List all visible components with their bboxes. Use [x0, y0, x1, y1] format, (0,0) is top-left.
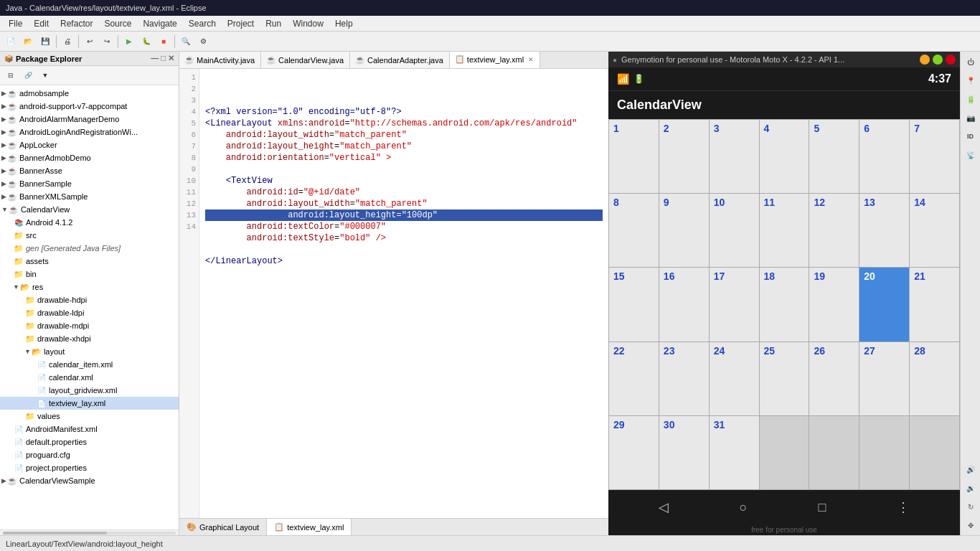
pe-hscroll[interactable] [0, 529, 179, 535]
tree-item[interactable]: 📄default.properties [0, 435, 179, 448]
calendar-cell[interactable] [809, 416, 859, 489]
bottom-tab[interactable]: 📋textview_lay.xml [267, 519, 352, 536]
gen-id-btn[interactable]: ID [962, 128, 979, 145]
calendar-cell[interactable]: 7 [910, 120, 959, 193]
toolbar-run[interactable]: ▶ [121, 34, 137, 50]
calendar-cell[interactable]: 21 [910, 268, 959, 341]
tab-close-btn[interactable]: ✕ [528, 56, 534, 63]
toolbar-settings[interactable]: ⚙ [195, 34, 211, 50]
tree-expand-arrow[interactable]: ▶ [1, 180, 6, 187]
pe-maximize-btn[interactable]: □ [161, 54, 166, 63]
tree-item[interactable]: ▶☕admobsample [0, 87, 179, 100]
calendar-cell[interactable]: 14 [910, 194, 959, 267]
menu-edit[interactable]: Edit [28, 17, 55, 30]
gen-gps-btn[interactable]: 📍 [962, 72, 979, 89]
calendar-cell[interactable]: 11 [760, 194, 809, 267]
tree-item[interactable]: ▶☕CalendarViewSample [0, 474, 179, 487]
calendar-cell[interactable]: 6 [859, 120, 909, 193]
calendar-cell[interactable]: 10 [710, 194, 759, 267]
code-content[interactable]: <?xml version="1.0" encoding="utf-8"?><L… [199, 69, 608, 518]
menu-search[interactable]: Search [183, 17, 222, 30]
calendar-cell[interactable]: 20 [859, 268, 909, 341]
tree-expand-arrow[interactable]: ▶ [1, 90, 6, 97]
tree-expand-arrow[interactable]: ▼ [24, 348, 31, 355]
tree-item[interactable]: 📄textview_lay.xml [0, 397, 179, 410]
gen-power-btn[interactable]: ⏻ [962, 53, 979, 70]
tree-item[interactable]: ▶☕AndroidAlarmManagerDemo [0, 113, 179, 126]
tree-item[interactable]: ▶☕android-support-v7-appcompat [0, 100, 179, 113]
tree-item[interactable]: 📄layout_gridview.xml [0, 384, 179, 397]
phone-home-btn[interactable]: ○ [740, 500, 748, 515]
calendar-cell[interactable]: 22 [609, 342, 659, 415]
toolbar-redo[interactable]: ↪ [99, 34, 115, 50]
calendar-cell[interactable]: 30 [659, 416, 709, 489]
tree-item[interactable]: 📁drawable-ldpi [0, 306, 179, 319]
calendar-cell[interactable]: 5 [809, 120, 859, 193]
menu-window[interactable]: Window [287, 17, 329, 30]
calendar-cell[interactable]: 2 [659, 120, 709, 193]
gen-battery-btn[interactable]: 🔋 [962, 90, 979, 108]
calendar-cell[interactable]: 23 [659, 342, 709, 415]
tree-item[interactable]: 📄calendar_item.xml [0, 358, 179, 371]
tree-item[interactable]: ▶☕BannerAsse [0, 164, 179, 177]
menu-source[interactable]: Source [98, 17, 137, 30]
calendar-cell[interactable]: 18 [760, 268, 809, 341]
menu-refactor[interactable]: Refactor [55, 17, 98, 30]
tree-item[interactable]: 📄project.properties [0, 461, 179, 474]
tree-expand-arrow[interactable]: ▶ [1, 116, 6, 123]
calendar-cell[interactable] [859, 416, 909, 489]
tree-item[interactable]: 📄calendar.xml [0, 371, 179, 384]
editor-tab[interactable]: ☕CalendarAdapter.java [350, 52, 450, 69]
bottom-tab[interactable]: 🎨Graphical Layout [179, 519, 267, 536]
calendar-cell[interactable]: 19 [809, 268, 859, 341]
menu-help[interactable]: Help [329, 17, 359, 30]
code-editor[interactable]: 1234567891011121314 <?xml version="1.0" … [179, 69, 608, 518]
tree-item[interactable]: 📁bin [0, 268, 179, 281]
phone-recents-btn[interactable]: □ [819, 500, 826, 515]
phone-menu-btn[interactable]: ⋮ [897, 499, 910, 515]
calendar-cell[interactable]: 12 [809, 194, 859, 267]
tree-item[interactable]: 📄proguard.cfg [0, 448, 179, 461]
calendar-cell[interactable]: 15 [609, 268, 659, 341]
gen-vol-up-btn[interactable]: 🔊 [962, 461, 979, 478]
tree-expand-arrow[interactable]: ▶ [1, 193, 6, 200]
tree-item[interactable]: 📚Android 4.1.2 [0, 216, 179, 229]
pe-minimize-btn[interactable]: — [151, 54, 159, 63]
tree-item[interactable]: 📁assets [0, 255, 179, 268]
calendar-cell[interactable]: 3 [710, 120, 759, 193]
calendar-cell[interactable]: 24 [710, 342, 759, 415]
tree-expand-arrow[interactable]: ▶ [1, 128, 6, 136]
calendar-cell[interactable]: 4 [760, 120, 809, 193]
calendar-cell[interactable]: 27 [859, 342, 909, 415]
menu-navigate[interactable]: Navigate [137, 17, 182, 30]
toolbar-save[interactable]: 💾 [37, 34, 53, 50]
phone-back-btn[interactable]: ◁ [659, 499, 669, 515]
editor-tab[interactable]: ☕MainActivity.java [179, 52, 261, 69]
toolbar-stop[interactable]: ■ [156, 34, 171, 50]
tree-item[interactable]: ▼☕CalendarView [0, 203, 179, 216]
pe-link-with-editor[interactable]: 🔗 [20, 67, 36, 83]
toolbar-open[interactable]: 📂 [20, 34, 36, 50]
calendar-cell[interactable]: 31 [710, 416, 759, 489]
pe-close-btn[interactable]: ✕ [168, 54, 174, 63]
gen-network-btn[interactable]: 📡 [962, 146, 979, 164]
tree-item[interactable]: 📁values [0, 410, 179, 423]
calendar-cell[interactable] [760, 416, 809, 489]
gen-camera-btn[interactable]: 📷 [962, 109, 979, 126]
tree-item[interactable]: 📁gen [Generated Java Files] [0, 242, 179, 255]
tree-item[interactable]: 📄AndroidManifest.xml [0, 423, 179, 435]
tree-expand-arrow[interactable]: ▶ [1, 103, 6, 110]
tree-item[interactable]: ▼📂layout [0, 345, 179, 358]
tree-expand-arrow[interactable]: ▶ [1, 154, 6, 161]
menu-file[interactable]: File [3, 17, 28, 30]
calendar-cell[interactable]: 17 [710, 268, 759, 341]
calendar-cell[interactable]: 8 [609, 194, 659, 267]
tree-expand-arrow[interactable]: ▶ [1, 141, 6, 149]
toolbar-print[interactable]: 🖨 [60, 34, 75, 50]
gen-minimize-btn[interactable] [920, 55, 930, 65]
toolbar-undo[interactable]: ↩ [82, 34, 98, 50]
tree-item[interactable]: ▶☕BannerAdmobDemo [0, 151, 179, 164]
tree-item[interactable]: ▶☕BannerXMLSample [0, 190, 179, 203]
gen-close-btn[interactable] [946, 55, 956, 65]
menu-run[interactable]: Run [260, 17, 287, 30]
